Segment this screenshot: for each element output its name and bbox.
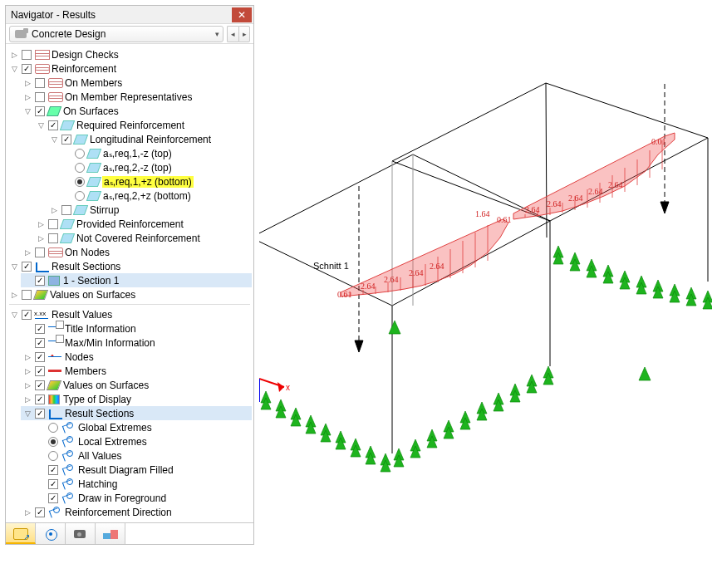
checkbox[interactable] <box>35 338 45 348</box>
collapse-icon[interactable]: ▽ <box>36 120 46 130</box>
checkbox[interactable] <box>22 262 32 272</box>
radio[interactable] <box>75 149 85 159</box>
viewport-3d[interactable]: 0.01 2.64 2.64 2.64 2.64 2.64 0.61 1.64 … <box>259 5 712 583</box>
expand-icon[interactable]: ▷ <box>9 50 19 60</box>
checkbox[interactable] <box>48 233 58 243</box>
expand-icon[interactable]: ▷ <box>36 219 46 229</box>
expand-icon[interactable]: ▷ <box>22 247 32 257</box>
collapse-icon[interactable]: ▽ <box>9 64 19 74</box>
expand-icon[interactable]: ▷ <box>22 92 32 102</box>
checkbox[interactable] <box>35 380 45 390</box>
node-values-on-surfaces[interactable]: ▷ Values on Surfaces <box>7 287 252 301</box>
node-as2-bottom[interactable]: ▷ aₛ,req,2,+z (bottom) <box>61 189 252 203</box>
node-design-checks[interactable]: ▷ Design Checks <box>7 47 252 61</box>
node-stirrup[interactable]: ▷ Stirrup <box>47 203 252 217</box>
module-prev-button[interactable]: ◂ <box>227 26 238 42</box>
checkbox[interactable] <box>35 247 45 257</box>
checkbox[interactable] <box>35 324 45 334</box>
expand-icon[interactable]: ▷ <box>9 290 19 300</box>
checkbox[interactable] <box>35 276 45 286</box>
node-title-info[interactable]: ▷ Title Information <box>21 321 252 336</box>
node-reinforcement[interactable]: ▽ Reinforcement <box>7 61 252 76</box>
node-required-reinf[interactable]: ▽ Required Reinforcement <box>34 118 252 132</box>
collapse-icon[interactable]: ▽ <box>9 262 19 272</box>
node-section-1[interactable]: ▷ 1 - Section 1 <box>21 273 252 287</box>
expand-icon[interactable]: ▷ <box>36 233 46 243</box>
supports-front-left <box>259 383 390 472</box>
checkbox[interactable] <box>48 465 58 475</box>
expand-icon[interactable]: ▷ <box>22 366 32 376</box>
node-result-values[interactable]: ▽ Result Values <box>7 307 252 321</box>
node-draw-foreground[interactable]: ▷ Draw in Foreground <box>34 491 252 505</box>
expand-icon[interactable]: ▷ <box>49 205 59 215</box>
radio[interactable] <box>48 451 58 461</box>
tab-results[interactable] <box>96 523 125 544</box>
expand-icon[interactable]: ▷ <box>22 78 32 88</box>
checkbox[interactable] <box>61 135 71 145</box>
node-nodes[interactable]: ▷ Nodes <box>21 350 252 364</box>
tab-views[interactable] <box>66 523 96 544</box>
node-all-values[interactable]: ▷ All Values <box>34 448 252 463</box>
checkbox[interactable] <box>48 479 58 489</box>
node-as2-top[interactable]: ▷ aₛ,req,2,-z (top) <box>61 160 252 174</box>
node-as1-bottom[interactable]: ▷ aₛ,req,1,+z (bottom) <box>61 174 252 189</box>
module-combo[interactable]: Concrete Design ▾ <box>9 26 223 42</box>
checkbox[interactable] <box>22 290 32 300</box>
checkbox[interactable] <box>35 352 45 362</box>
node-hatching[interactable]: ▷ Hatching <box>34 477 252 491</box>
node-values-surfaces2[interactable]: ▷ Values on Surfaces <box>21 378 252 392</box>
node-on-member-reps[interactable]: ▷ On Member Representatives <box>21 90 252 104</box>
node-on-surfaces[interactable]: ▽ On Surfaces <box>21 104 252 118</box>
checkbox[interactable] <box>22 50 32 60</box>
node-members-vals[interactable]: ▷ Members <box>21 364 252 378</box>
node-longitudinal-reinf[interactable]: ▽ Longitudinal Reinforcement <box>47 132 252 146</box>
node-maxmin-info[interactable]: ▷ Max/Min Information <box>21 336 252 350</box>
radio[interactable] <box>75 191 85 201</box>
node-local-extremes[interactable]: ▷ Local Extremes <box>34 434 252 448</box>
collapse-icon[interactable]: ▽ <box>49 135 59 145</box>
collapse-icon[interactable]: ▽ <box>9 310 19 320</box>
node-type-of-display[interactable]: ▷ Type of Display <box>21 392 252 406</box>
checkbox[interactable] <box>35 394 45 404</box>
collapse-icon[interactable]: ▽ <box>22 409 32 419</box>
node-not-covered-reinf[interactable]: ▷ Not Covered Reinforcement <box>34 231 252 245</box>
checkbox[interactable] <box>35 92 45 102</box>
node-result-sections[interactable]: ▽ Result Sections <box>7 259 252 273</box>
checkbox[interactable] <box>35 106 45 116</box>
checkbox[interactable] <box>35 507 45 517</box>
checkbox[interactable] <box>48 219 58 229</box>
node-global-extremes[interactable]: ▷ Global Extremes <box>34 420 252 434</box>
checkbox[interactable] <box>48 493 58 503</box>
checkbox[interactable] <box>35 409 45 419</box>
label: Draw in Foreground <box>77 492 166 504</box>
module-next-button[interactable]: ▸ <box>238 26 250 42</box>
checkbox[interactable] <box>35 366 45 376</box>
radio-selected[interactable] <box>48 437 58 447</box>
checkbox[interactable] <box>22 310 32 320</box>
expand-icon[interactable]: ▷ <box>22 394 32 404</box>
close-button[interactable]: ✕ <box>232 7 252 22</box>
reinforcement-icon <box>35 63 48 75</box>
expand-icon[interactable]: ▷ <box>22 380 32 390</box>
checkbox[interactable] <box>48 120 58 130</box>
radio[interactable] <box>75 163 85 173</box>
tab-display[interactable] <box>36 523 66 544</box>
radio[interactable] <box>48 423 58 433</box>
label: Title Information <box>64 323 136 335</box>
checkbox[interactable] <box>61 205 71 215</box>
node-reinforcement-direction[interactable]: ▷ Reinforcement Direction <box>21 505 252 519</box>
node-result-sections2[interactable]: ▽ Result Sections <box>21 406 252 420</box>
label: Required Reinforcement <box>76 120 184 131</box>
checkbox[interactable] <box>35 78 45 88</box>
expand-icon[interactable]: ▷ <box>22 352 32 362</box>
collapse-icon[interactable]: ▽ <box>22 106 32 116</box>
node-on-members[interactable]: ▷ On Members <box>21 76 252 90</box>
node-diagram-filled[interactable]: ▷ Result Diagram Filled <box>34 463 252 477</box>
node-provided-reinf[interactable]: ▷ Provided Reinforcement <box>34 217 252 231</box>
radio-selected[interactable] <box>75 177 85 187</box>
node-on-nodes[interactable]: ▷ On Nodes <box>21 245 252 259</box>
node-as1-top[interactable]: ▷ aₛ,req,1,-z (top) <box>61 146 252 160</box>
expand-icon[interactable]: ▷ <box>22 507 32 517</box>
tab-project[interactable] <box>6 523 36 544</box>
checkbox[interactable] <box>22 64 32 74</box>
